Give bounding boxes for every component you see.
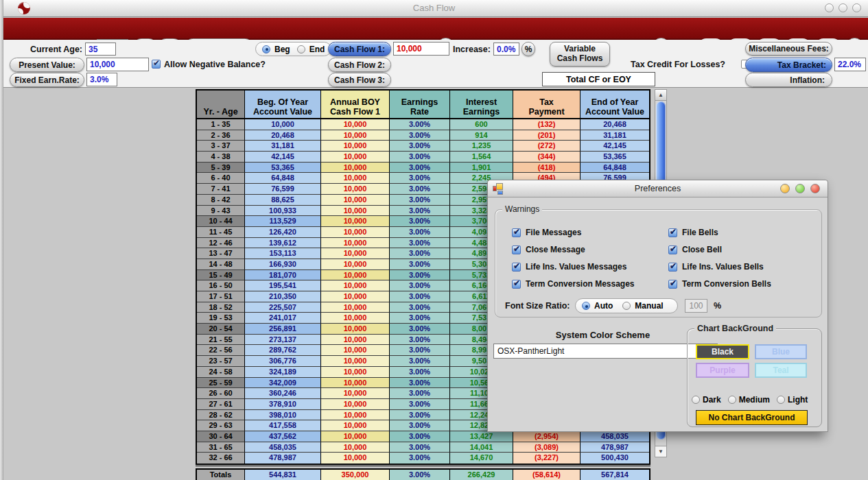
window-button[interactable] [852, 3, 861, 12]
variable-cash-flows-button[interactable]: Variable Cash Flows [550, 42, 610, 67]
radio-button[interactable] [728, 396, 736, 404]
table-cell: (201) [513, 130, 580, 141]
table-row[interactable]: 30 - 64437,56210,0003.00%13,427(2,954)45… [197, 431, 649, 442]
table-cell: 3.00% [390, 173, 450, 184]
tax-bracket-input[interactable] [834, 58, 866, 71]
window-button[interactable] [825, 3, 834, 12]
chart-bg-purple-button[interactable]: Purple [696, 363, 749, 378]
dialog-close-button[interactable] [810, 184, 820, 193]
miscellaneous-fees-button[interactable]: Miscellaneous Fees: [745, 42, 832, 56]
table-cell: 417,558 [245, 420, 321, 431]
checked-checkbox[interactable] [668, 263, 677, 272]
color-scheme-dropdown[interactable]: OSX-PantherLight ▲▼ [493, 344, 718, 359]
radio-button[interactable] [777, 396, 785, 404]
checked-checkbox[interactable] [512, 280, 521, 289]
table-cell: 3.00% [390, 184, 450, 195]
dialog-zoom-button[interactable] [795, 184, 805, 193]
table-cell: 3.00% [390, 248, 450, 259]
chart-shade-option[interactable]: Medium [728, 395, 770, 405]
inflation-button[interactable]: Inflation: [745, 73, 832, 87]
chart-bg-black-button[interactable]: Black [696, 344, 749, 359]
table-cell: 139,612 [245, 238, 321, 249]
table-cell: 3.00% [390, 367, 450, 378]
table-cell: 3.00% [390, 152, 450, 163]
table-cell: 3.00% [390, 345, 450, 356]
font-manual-radio[interactable] [622, 302, 631, 310]
table-cell: 24 - 58 [197, 367, 245, 378]
table-cell: (418) [513, 163, 580, 173]
font-auto-radio[interactable] [582, 302, 590, 310]
table-row[interactable]: 32 - 66478,98710,0003.00%14,670(3,227)50… [197, 453, 649, 464]
dialog-minimize-button[interactable] [780, 184, 790, 193]
preferences-dialog: Preferences Warnings File MessagesClose … [487, 180, 828, 432]
table-cell: 3.00% [390, 313, 450, 324]
window-button[interactable] [838, 3, 847, 12]
table-cell: 10,000 [321, 238, 390, 249]
warning-option[interactable]: Close Message [512, 245, 635, 254]
totals-cell: 567,814 [580, 470, 649, 480]
checked-checkbox[interactable] [668, 228, 677, 237]
table-row[interactable]: 3 - 3731,18110,0003.00%1,235(272)42,145 [197, 141, 649, 152]
table-cell: 21 - 55 [197, 335, 245, 346]
checked-checkbox[interactable] [512, 263, 521, 272]
table-cell: 19 - 53 [197, 313, 245, 324]
no-chart-background-button[interactable]: No Chart BackGround [696, 410, 808, 425]
beg-radio[interactable] [262, 45, 270, 53]
table-header-row: Yr. - AgeBeg. Of Year Account ValueAnnua… [197, 91, 649, 119]
warning-option[interactable]: File Bells [668, 228, 771, 237]
table-cell: 3.00% [390, 431, 450, 442]
color-scheme-value: OSX-PantherLight [497, 346, 564, 356]
scroll-up-arrow-icon[interactable]: ▲ [655, 90, 666, 101]
warning-option[interactable]: Term Conversion Messages [512, 279, 635, 289]
warning-option[interactable]: Term Conversion Bells [668, 279, 771, 289]
fixed-earn-rate-button[interactable]: Fixed Earn.Rate: [10, 73, 84, 87]
current-age-input[interactable] [85, 43, 116, 56]
scroll-down-arrow-icon[interactable]: ▼ [655, 446, 666, 457]
table-row[interactable]: 31 - 65458,03510,0003.00%14,041(3,089)47… [197, 442, 649, 453]
table-cell: 166,930 [245, 259, 321, 270]
chart-shade-option[interactable]: Light [777, 395, 808, 405]
percent-button[interactable]: % [521, 42, 535, 56]
table-row[interactable]: 4 - 3842,14510,0003.00%1,564(344)53,365 [197, 152, 649, 163]
tax-bracket-button[interactable]: Tax Bracket: [745, 58, 832, 72]
present-value-button[interactable]: Present Value: [10, 58, 84, 72]
end-radio[interactable] [297, 45, 305, 53]
fixed-earn-rate-input[interactable] [86, 73, 117, 86]
cash-flow-2-button[interactable]: Cash Flow 2: [328, 58, 391, 72]
table-cell: 10,000 [321, 206, 390, 217]
allow-negative-checkbox[interactable] [152, 60, 161, 69]
table-row[interactable]: 5 - 3953,36510,0003.00%1,901(418)64,848 [197, 163, 649, 173]
checkbox-label: File Messages [526, 228, 581, 237]
table-cell: 500,430 [580, 453, 649, 464]
chart-bg-blue-button[interactable]: Blue [755, 344, 807, 359]
warning-option[interactable]: Life Ins. Values Messages [512, 262, 635, 272]
cash-flow-1-button[interactable]: Cash Flow 1: [328, 42, 391, 56]
cash-flow-3-button[interactable]: Cash Flow 3: [328, 73, 391, 87]
table-cell: 4 - 38 [197, 152, 245, 163]
present-value-input[interactable] [86, 58, 149, 71]
warning-option[interactable]: File Messages [512, 228, 635, 237]
table-cell: 17 - 51 [197, 291, 245, 302]
table-cell: 5 - 39 [197, 163, 245, 173]
font-size-value-input[interactable]: 100 [685, 299, 707, 313]
dialog-titlebar[interactable]: Preferences [488, 180, 828, 197]
table-cell: 10,000 [321, 335, 390, 346]
checked-checkbox[interactable] [668, 245, 677, 254]
checked-checkbox[interactable] [668, 280, 677, 289]
table-row[interactable]: 2 - 3620,46810,0003.00%914(201)31,181 [197, 130, 649, 141]
checkbox-label: Term Conversion Messages [526, 279, 635, 289]
warning-option[interactable]: Close Bell [668, 245, 771, 254]
total-cf-or-eoy-button[interactable]: Total CF or EOY [542, 72, 655, 86]
table-row[interactable]: 1 - 3510,00010,0003.00%600(132)20,468 [197, 119, 649, 130]
increase-input[interactable] [493, 43, 519, 56]
tax-credit-label: Tax Credit For Losses? [628, 60, 725, 69]
checked-checkbox[interactable] [512, 228, 521, 237]
table-cell: 378,910 [245, 399, 321, 410]
radio-button[interactable] [692, 396, 700, 404]
window-left-edge [0, 0, 3, 480]
chart-shade-option[interactable]: Dark [692, 395, 721, 405]
warning-option[interactable]: Life Ins. Values Bells [668, 262, 771, 272]
chart-bg-teal-button[interactable]: Teal [755, 363, 807, 378]
checked-checkbox[interactable] [512, 245, 521, 254]
cash-flow-1-input[interactable] [393, 42, 449, 56]
